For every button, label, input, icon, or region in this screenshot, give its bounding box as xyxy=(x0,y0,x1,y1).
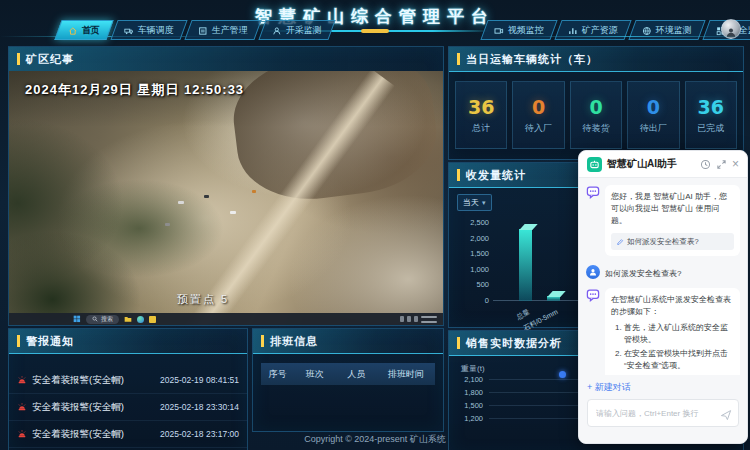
video-feed: 2024年12月29日 星期日 12:50:33 预置点 5 搜索 xyxy=(9,71,443,325)
ai-question-input[interactable] xyxy=(594,408,716,419)
header: 智慧矿山综合管理平台 首页车辆调度生产管理开采监测 视频监控矿产资源环境监测安全… xyxy=(0,0,750,44)
alert-list-item[interactable]: 安全着装报警(安全帽)2025-02-18 23:30:14 xyxy=(9,394,247,421)
ai-answer-step: 首先，进入矿山系统的安全监管模块。 xyxy=(624,322,734,346)
video-machine-dot xyxy=(204,195,209,198)
environment-icon xyxy=(642,25,652,35)
nav-tab-inner: 首页 xyxy=(68,24,100,37)
stat-card-总计: 36总计 xyxy=(455,81,507,149)
stat-card-待出厂: 0待出厂 xyxy=(627,81,679,149)
video-machine-dot xyxy=(230,211,236,214)
ai-robot-icon xyxy=(587,157,602,172)
windows-logo-icon xyxy=(73,315,81,323)
alert-timestamp: 2025-02-18 23:30:14 xyxy=(160,402,239,412)
bar-总量 xyxy=(519,229,532,301)
y-tick-label: 2,000 xyxy=(457,234,489,243)
stat-value: 36 xyxy=(698,96,724,118)
schedule-table-header: 序号班次人员排班时间 xyxy=(261,363,435,385)
video-datetime-overlay: 2024年12月29日 星期日 12:50:33 xyxy=(25,81,244,99)
stat-label: 待入厂 xyxy=(525,122,552,135)
header-accent-bar xyxy=(17,53,20,65)
suggested-question-chip[interactable]: 如何派发安全检查表? xyxy=(611,233,734,250)
nav-tab-视频监控[interactable]: 视频监控 xyxy=(480,20,557,40)
stat-card-已完成: 36已完成 xyxy=(685,81,737,149)
ai-panel-header: 智慧矿山AI助手 × xyxy=(579,151,747,178)
nav-tab-inner: 视频监控 xyxy=(494,24,544,37)
ai-answer-steps: 首先，进入矿山系统的安全监管模块。在安全监管模块中找到并点击“安全检查”选项。接… xyxy=(611,322,734,383)
new-chat-button[interactable]: + 新建对话 xyxy=(587,381,739,394)
panel-header: 排班信息 xyxy=(253,329,443,354)
tray-icon xyxy=(414,316,418,322)
nav-left: 首页车辆调度生产管理开采监测 xyxy=(58,20,332,40)
ai-answer-step: 在安全监管模块中找到并点击“安全检查”选项。 xyxy=(624,348,734,372)
sales-y-tick-label: 2,100 xyxy=(451,375,483,384)
nav-tab-inner: 矿产资源 xyxy=(568,24,618,37)
nav-tab-inner: 车辆调度 xyxy=(124,24,174,37)
nav-tab-label: 开采监测 xyxy=(286,24,322,37)
folder-icon xyxy=(124,315,132,323)
tray-icon xyxy=(400,316,404,322)
nav-tab-label: 车辆调度 xyxy=(138,24,174,37)
user-message-row: 如何派发安全检查表? xyxy=(586,265,740,279)
header-accent-bar xyxy=(261,335,264,347)
ai-message-row: 您好，我是 智慧矿山AI 助手，您可以向我提出 智慧矿山 使用问题。 如何派发安… xyxy=(586,185,740,256)
worker-icon xyxy=(272,25,282,35)
ai-panel-title: 智慧矿山AI助手 xyxy=(607,157,695,171)
y-tick-label: 500 xyxy=(457,280,489,289)
panel-title: 排班信息 xyxy=(270,334,318,349)
ai-bubble-icon xyxy=(586,185,600,199)
suggested-question-label: 如何派发安全检查表? xyxy=(627,236,699,247)
stat-card-待入厂: 0待入厂 xyxy=(512,81,564,149)
user-avatar[interactable] xyxy=(721,19,741,39)
alert-list-item[interactable]: 安全着装报警(安全帽)2025-02-19 08:41:51 xyxy=(9,367,247,394)
panel-title: 收发量统计 xyxy=(466,168,526,183)
sales-y-tick-label: 1,500 xyxy=(451,401,483,410)
alert-text: 安全着装报警(安全帽) xyxy=(32,374,155,387)
nav-tab-矿产资源[interactable]: 矿产资源 xyxy=(554,20,631,40)
nav-tab-inner: 生产管理 xyxy=(198,24,248,37)
header-accent-bar xyxy=(457,53,460,65)
video-machine-dot xyxy=(178,201,184,204)
period-filter-dropdown[interactable]: 当天 ▾ xyxy=(457,194,492,211)
header-accent-bar xyxy=(457,337,460,349)
panel-schedule: 排班信息 序号班次人员排班时间 xyxy=(252,328,444,432)
nav-tab-inner: 开采监测 xyxy=(272,24,322,37)
ai-greeting-text: 您好，我是 智慧矿山AI 助手，您可以向我提出 智慧矿山 使用问题。 xyxy=(611,192,727,225)
chart-icon xyxy=(568,25,578,35)
schedule-column-人员: 人员 xyxy=(336,368,377,381)
pencil-icon xyxy=(616,238,624,246)
nav-tab-开采监测[interactable]: 开采监测 xyxy=(258,20,335,40)
send-icon[interactable] xyxy=(720,407,732,419)
panel-title: 警报通知 xyxy=(26,334,74,349)
stat-value: 0 xyxy=(589,96,602,118)
panel-header: 矿区纪事 xyxy=(9,47,443,72)
y-tick-label: 0 xyxy=(457,296,489,305)
panel-title: 当日运输车辆统计（车） xyxy=(466,52,598,67)
sales-legend-marker xyxy=(559,371,566,378)
ai-message-row: 在智慧矿山系统中派发安全检查表的步骤如下： 首先，进入矿山系统的安全监管模块。在… xyxy=(586,288,740,383)
close-icon[interactable]: × xyxy=(732,159,739,170)
alarm-icon xyxy=(17,402,27,412)
stat-label: 总计 xyxy=(472,122,490,135)
search-icon xyxy=(92,316,98,322)
nav-tab-生产管理[interactable]: 生产管理 xyxy=(184,20,261,40)
panel-alerts: 警报通知 安全着装报警(安全帽)2025-02-19 08:41:51安全着装报… xyxy=(8,328,248,450)
stat-cards: 36总计0待入厂0待装货0待出厂36已完成 xyxy=(455,81,737,149)
stat-card-待装货: 0待装货 xyxy=(570,81,622,149)
alarm-icon xyxy=(17,375,27,385)
ai-answer-card: 在智慧矿山系统中派发安全检查表的步骤如下： 首先，进入矿山系统的安全监管模块。在… xyxy=(605,288,740,383)
clipboard-icon xyxy=(198,25,208,35)
stat-value: 0 xyxy=(647,96,660,118)
history-icon[interactable] xyxy=(700,159,711,170)
y-tick-label: 1,000 xyxy=(457,265,489,274)
nav-tab-环境监测[interactable]: 环境监测 xyxy=(628,20,705,40)
period-filter-value: 当天 xyxy=(463,197,479,208)
expand-icon[interactable] xyxy=(716,159,727,170)
person-icon xyxy=(725,26,737,38)
truck-icon xyxy=(124,25,134,35)
ai-input-row xyxy=(587,399,739,427)
nav-tab-首页[interactable]: 首页 xyxy=(54,20,113,40)
home-icon xyxy=(68,25,78,35)
user-question-text: 如何派发安全检查表? xyxy=(605,265,681,279)
nav-tab-车辆调度[interactable]: 车辆调度 xyxy=(110,20,187,40)
ai-bubble-icon xyxy=(586,288,600,302)
